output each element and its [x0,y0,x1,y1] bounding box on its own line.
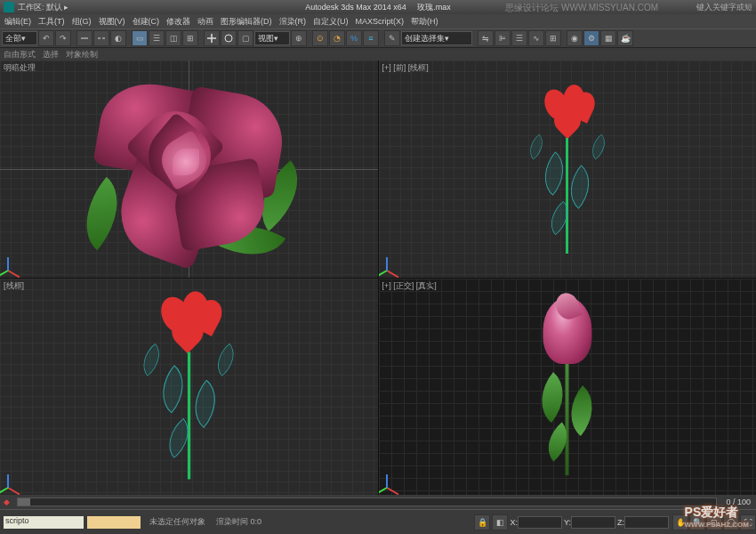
menu-create[interactable]: 创建(C) [130,16,163,28]
y-input[interactable] [571,516,615,529]
menu-animation[interactable]: 动画 [195,16,216,28]
scale-button[interactable]: ▢ [237,30,253,46]
z-label: Z: [617,518,624,527]
svg-point-0 [225,35,232,42]
selection-filter[interactable]: 全部 ▾ [2,31,37,45]
viewport-label[interactable]: 明暗处理 [4,62,36,74]
file-name: 玫瑰.max [417,3,451,12]
viewport-label[interactable]: [线框] [4,280,24,292]
status-bar: scripto 未选定任何对象 渲染时间 0:0 🔒 ◧ X: Y: Z: ✋ … [0,509,756,534]
x-label: X: [510,518,518,527]
bind-button[interactable]: ◐ [110,30,126,46]
axis-gizmo [7,244,34,271]
menu-render[interactable]: 渲染(R) [277,16,310,28]
redo-button[interactable]: ↷ [55,30,71,46]
selection-status: 未选定任何对象 [144,516,211,528]
link-button[interactable] [76,30,92,46]
prompt-input[interactable] [87,516,141,529]
viewport-label[interactable]: [+] [正交] [真实] [382,280,437,292]
named-selection-dropdown[interactable]: 创建选择集 ▾ [401,31,472,45]
viewport-perspective[interactable]: [+] [正交] [真实] [379,279,757,496]
rose-model-realistic [543,297,591,475]
render-frame-button[interactable]: ▦ [600,30,616,46]
mirror-button[interactable]: ⇋ [478,30,494,46]
viewport-quad: 明暗处理 [+] [前] [线框] [0,61,756,495]
menu-views[interactable]: 视图(V) [96,16,128,28]
app-icon [4,2,14,12]
align-button[interactable]: ⊫ [495,30,511,46]
time-slider[interactable]: ◆ 0 / 100 [0,495,756,509]
pivot-button[interactable]: ⊕ [291,30,307,46]
x-input[interactable] [518,516,562,529]
timeline-marker-icon: ◆ [0,498,13,506]
menu-edit[interactable]: 编辑(E) [2,16,34,28]
select-region-button[interactable]: ◫ [165,30,181,46]
render-setup-button[interactable]: ⚙ [583,30,599,46]
rose-model-shaded [91,67,286,263]
snap-toggle[interactable]: ⊙ [312,30,328,46]
move-button[interactable] [204,30,220,46]
viewport-label[interactable]: [+] [前] [线框] [382,62,429,74]
tab-selection[interactable]: 选择 [43,49,59,61]
ribbon-tabs: 自由形式 选择 对象绘制 [0,48,756,61]
spinner-snap[interactable]: ≡ [363,30,379,46]
select-name-button[interactable]: ☰ [149,30,165,46]
rose-model-wireframe [155,294,223,480]
viewport-front[interactable]: [+] [前] [线框] [379,61,757,278]
undo-button[interactable]: ↶ [38,30,54,46]
select-button[interactable]: ▭ [132,30,148,46]
transform-type-in: 🔒 ◧ X: Y: Z: [474,514,669,530]
viewport-left[interactable]: [线框] [0,279,378,496]
menu-group[interactable]: 组(G) [69,16,94,28]
isolate-icon[interactable]: ◧ [492,514,508,530]
menu-graph[interactable]: 图形编辑器(D) [218,16,275,28]
tab-freeform[interactable]: 自由形式 [4,49,36,61]
site-watermark: PS爱好者 WWW.PSAHZ.COM [685,505,749,529]
ref-coord-dropdown[interactable]: 视图 ▾ [254,31,290,45]
title-bar: 工作区: 默认 ▸ Autodesk 3ds Max 2014 x64 玫瑰.m… [0,0,756,14]
forum-watermark: 思缘设计论坛 WWW.MISSYUAN.COM [505,2,658,14]
axis-gizmo [386,244,413,271]
rose-model-wireframe [536,85,599,254]
lock-selection-icon[interactable]: 🔒 [474,514,490,530]
axis-gizmo [386,461,413,488]
app-title: Autodesk 3ds Max 2014 x64 [305,3,406,12]
viewport-top[interactable]: 明暗处理 [0,61,378,278]
axis-gizmo [7,461,34,488]
workspace-arrow[interactable]: ▸ [64,3,68,12]
schematic-button[interactable]: ⊞ [545,30,561,46]
unlink-button[interactable] [93,30,109,46]
main-toolbar: 全部 ▾ ↶ ↷ ◐ ▭ ☰ ◫ ⊞ ▢ 视图 ▾ ⊕ ⊙ ◔ % ≡ ✎ 创建… [0,28,756,48]
render-time: 渲染时间 0:0 [211,516,267,528]
render-button[interactable]: ☕ [617,30,633,46]
menu-modifiers[interactable]: 修改器 [164,16,193,28]
menu-custom[interactable]: 自定义(U) [310,16,351,28]
y-label: Y: [564,518,571,527]
material-editor-button[interactable]: ◉ [567,30,583,46]
maxscript-listener[interactable]: scripto [4,516,84,529]
time-slider-track[interactable] [17,498,717,506]
curve-editor-button[interactable]: ∿ [528,30,544,46]
layers-button[interactable]: ☰ [511,30,527,46]
percent-snap[interactable]: % [346,30,362,46]
menu-bar: 编辑(E) 工具(T) 组(G) 视图(V) 创建(C) 修改器 动画 图形编辑… [0,14,756,28]
rotate-button[interactable] [221,30,237,46]
angle-snap[interactable]: ◔ [329,30,345,46]
menu-maxscript[interactable]: MAXScript(X) [353,17,407,26]
workspace-label: 工作区: 默认 [18,2,62,13]
menu-tools[interactable]: 工具(T) [36,16,68,28]
z-input[interactable] [624,516,669,529]
menu-help[interactable]: 帮助(H) [408,16,441,28]
help-search-hint[interactable]: 键入关键字或短 [696,2,752,13]
tab-objectpaint[interactable]: 对象绘制 [66,49,98,61]
named-sel-edit[interactable]: ✎ [384,30,400,46]
window-crossing-button[interactable]: ⊞ [182,30,198,46]
